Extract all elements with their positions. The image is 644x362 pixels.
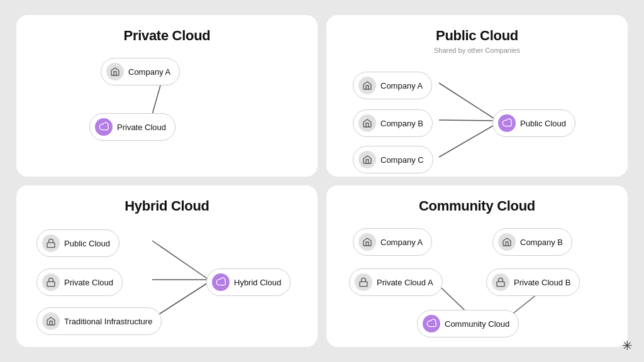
hyb-private-node: Private Cloud: [36, 268, 123, 296]
community-cloud-diagram: Company A Private Cloud A Company B Priv: [341, 217, 613, 334]
cloud-icon: [95, 118, 113, 136]
svg-line-1: [439, 83, 497, 121]
hybrid-cloud-title: Hybrid Cloud: [125, 198, 209, 214]
svg-rect-7: [47, 243, 55, 247]
svg-line-3: [439, 123, 497, 157]
svg-line-0: [152, 85, 160, 114]
public-cloud-title: Public Cloud: [436, 28, 518, 44]
private-company-a-node: Company A: [101, 58, 180, 85]
com-community-node: Community Cloud: [417, 310, 519, 337]
com-private-a-node: Private Cloud A: [349, 268, 443, 296]
public-cloud-subtitle: Shared by other Companies: [434, 47, 520, 54]
public-cloud-diagram: Company A Company B Company C Public Clo…: [341, 60, 613, 164]
svg-rect-11: [360, 282, 367, 286]
hybrid-cloud-card: Hybrid Cloud Public Cloud Private Cloud: [16, 185, 318, 347]
private-cloud-label: Private Cloud: [117, 123, 166, 132]
com-private-b-node: Private Cloud B: [486, 268, 580, 296]
house-icon: [106, 63, 124, 80]
pub-company-c-node: Company C: [353, 146, 433, 173]
community-cloud-title: Community Cloud: [419, 198, 535, 214]
svg-line-4: [152, 241, 209, 280]
pub-company-a-node: Company A: [353, 72, 432, 99]
svg-line-2: [439, 120, 497, 121]
asterisk-icon: ✳: [622, 338, 633, 353]
pub-company-b-node: Company B: [353, 109, 433, 137]
hyb-public-node: Public Cloud: [36, 229, 119, 257]
hybrid-cloud-diagram: Public Cloud Private Cloud Traditional I…: [31, 217, 303, 334]
private-company-a-label: Company A: [128, 67, 170, 77]
private-cloud-title: Private Cloud: [124, 28, 211, 44]
main-grid: Private Cloud Company A Private Cloud: [8, 6, 636, 356]
com-company-b-node: Company B: [492, 228, 572, 256]
private-cloud-card: Private Cloud Company A Private Cloud: [16, 15, 318, 177]
private-cloud-diagram: Company A Private Cloud: [31, 47, 303, 164]
svg-line-6: [152, 282, 209, 319]
hyb-cloud-node: Hybrid Cloud: [206, 268, 291, 296]
hyb-traditional-node: Traditional Infrastructure: [36, 307, 162, 335]
pub-cloud-node: Public Cloud: [492, 109, 575, 137]
svg-rect-8: [47, 282, 55, 286]
svg-rect-12: [497, 282, 504, 286]
public-cloud-card: Public Cloud Shared by other Companies C…: [326, 15, 628, 177]
com-company-a-node: Company A: [353, 228, 432, 256]
private-cloud-node: Private Cloud: [89, 113, 175, 141]
community-cloud-card: Community Cloud Company A Private Cloud …: [326, 185, 628, 347]
